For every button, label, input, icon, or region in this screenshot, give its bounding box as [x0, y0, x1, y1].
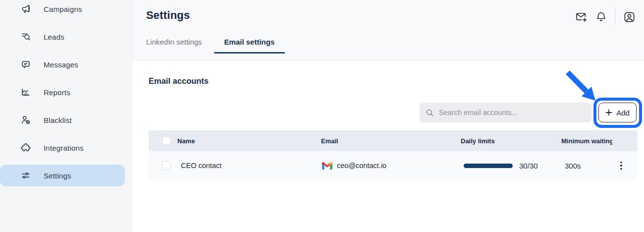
sidebar-item-label: Leads — [44, 33, 64, 41]
sidebar-item-integrations[interactable]: Integrations — [0, 137, 125, 159]
sidebar-item-label: Campaigns — [44, 5, 82, 13]
tab-linkedin-settings[interactable]: LinkedIn settings — [146, 38, 207, 52]
section-title: Email accounts — [149, 76, 209, 86]
sidebar-item-label: Settings — [44, 172, 71, 180]
sidebar-item-label: Reports — [44, 88, 70, 97]
table-row[interactable]: CEO contact ceo@contact.io 30/30 300s — [149, 151, 638, 180]
row-checkbox-cell — [162, 151, 171, 180]
topbar-actions — [571, 7, 639, 27]
puzzle-icon — [21, 143, 31, 153]
sidebar-item-leads[interactable]: Leads — [0, 26, 125, 48]
minimum-waiting-cell: 300s — [565, 151, 581, 180]
search-email-accounts — [420, 103, 591, 122]
sidebar-item-settings[interactable]: Settings — [0, 165, 125, 186]
gmail-icon — [322, 162, 332, 170]
megaphone-icon — [21, 4, 31, 14]
mail-plus-icon[interactable] — [571, 7, 591, 27]
table-header-row: Name Email Daily limits Minimum waiting — [149, 130, 638, 151]
sidebar-item-label: Messages — [44, 60, 78, 69]
sidebar-item-reports[interactable]: Reports — [0, 81, 125, 103]
chart-icon — [21, 87, 31, 97]
sidebar-item-messages[interactable]: Messages — [0, 54, 125, 75]
row-menu-kebab-icon[interactable] — [616, 151, 626, 180]
plus-icon — [605, 109, 612, 116]
sidebar: Campaigns Leads Messages Reports — [0, 0, 133, 232]
column-header-minimum-waiting[interactable]: Minimum waiting — [561, 130, 612, 151]
page-title: Settings — [146, 9, 190, 22]
account-email-cell: ceo@contact.io — [322, 151, 386, 180]
app-screen: Campaigns Leads Messages Reports — [0, 0, 644, 232]
account-icon[interactable] — [619, 7, 639, 27]
add-button-label: Add — [616, 109, 630, 117]
sidebar-nav: Campaigns Leads Messages Reports — [0, 0, 125, 192]
row-checkbox[interactable] — [162, 161, 171, 170]
active-tab-underline — [214, 52, 285, 54]
select-all-checkbox-cell — [162, 130, 171, 151]
tab-bar: LinkedIn settings Email settings — [146, 38, 292, 52]
daily-limit-value: 30/30 — [519, 162, 538, 170]
sidebar-item-blacklist[interactable]: Blacklist — [0, 109, 125, 131]
sidebar-item-label: Blacklist — [44, 116, 72, 124]
tab-label: Email settings — [224, 38, 275, 46]
sidebar-item-campaigns[interactable]: Campaigns — [0, 0, 125, 20]
sliders-icon — [21, 171, 31, 180]
daily-limits-cell: 30/30 — [464, 151, 538, 180]
page-header: Settings LinkedIn settings Email setting… — [133, 0, 644, 60]
account-name-cell: CEO contact — [181, 151, 221, 180]
chat-bubble-icon — [21, 59, 31, 69]
select-all-checkbox[interactable] — [162, 136, 171, 145]
annotation-arrow-icon — [560, 65, 604, 108]
tab-label: LinkedIn settings — [146, 38, 202, 46]
lead-search-icon — [21, 32, 31, 42]
column-header-name[interactable]: Name — [177, 130, 195, 151]
search-icon — [426, 109, 434, 117]
bell-icon[interactable] — [591, 7, 611, 27]
tab-email-settings[interactable]: Email settings — [219, 38, 280, 52]
column-header-daily-limits[interactable]: Daily limits — [461, 130, 495, 151]
column-header-email[interactable]: Email — [321, 130, 338, 151]
user-block-icon — [21, 115, 31, 125]
search-input[interactable] — [439, 109, 586, 116]
email-accounts-table: Name Email Daily limits Minimum waiting … — [149, 130, 638, 180]
add-button[interactable]: Add — [598, 103, 637, 122]
topbar-divider — [615, 8, 615, 26]
sidebar-item-label: Integrations — [44, 144, 84, 152]
email-address: ceo@contact.io — [337, 162, 386, 170]
daily-limit-progress-bar — [464, 164, 513, 168]
